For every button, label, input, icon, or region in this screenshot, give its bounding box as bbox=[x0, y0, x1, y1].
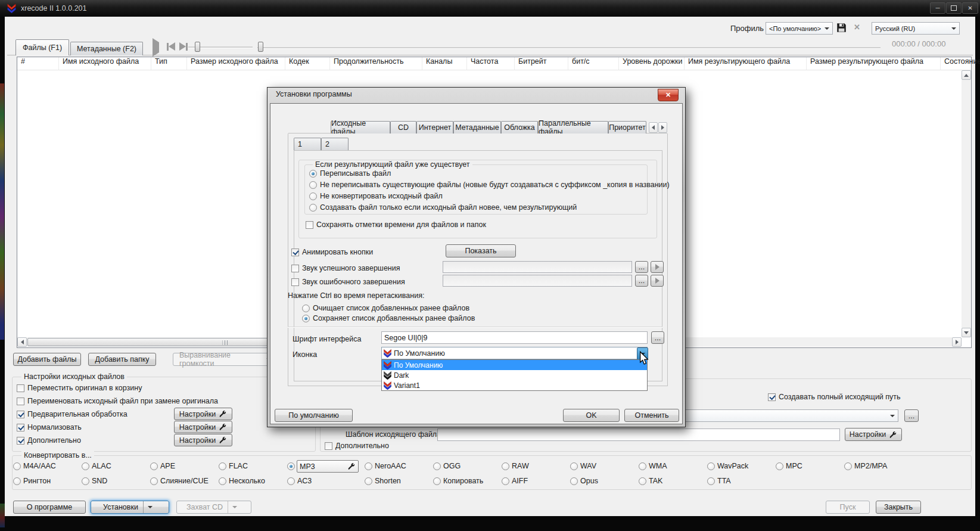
format-radio-copy[interactable] bbox=[433, 477, 441, 485]
dropdown-item-default[interactable]: По Умолчанию bbox=[382, 360, 647, 370]
sound-error-checkbox[interactable] bbox=[291, 278, 299, 286]
sound-error-browse-button[interactable]: ... bbox=[635, 275, 648, 287]
column-header[interactable]: Размер исходного файла bbox=[187, 57, 285, 70]
column-header[interactable]: Кодек bbox=[285, 57, 330, 70]
column-header[interactable]: Имя результирующего файла bbox=[685, 57, 807, 70]
dialog-tab-cover[interactable]: Обложка bbox=[501, 121, 538, 133]
tab-metadata[interactable]: Метаданные (F2) bbox=[70, 42, 143, 55]
cd-rip-button[interactable]: Захват CD bbox=[176, 501, 251, 514]
icon-dropdown-list[interactable]: По Умолчанию Dark Variant1 bbox=[381, 359, 648, 391]
dialog-tab-cd[interactable]: CD bbox=[390, 121, 416, 133]
font-browse-button[interactable]: ... bbox=[651, 331, 664, 344]
sound-success-field[interactable] bbox=[443, 261, 632, 273]
volume-align-button[interactable]: Выравнивание громкости bbox=[173, 353, 272, 366]
format-radio-multiple[interactable] bbox=[219, 477, 226, 485]
dialog-tab-parallel[interactable]: Параллельные файлы bbox=[538, 121, 608, 133]
delete-profile-icon[interactable]: ✕ bbox=[854, 23, 860, 32]
sound-success-play-button[interactable] bbox=[651, 261, 664, 273]
close-window-button[interactable]: ✕ bbox=[962, 2, 978, 14]
vertical-scrollbar[interactable] bbox=[962, 70, 971, 337]
column-header[interactable]: Битрейт bbox=[515, 57, 568, 70]
column-header[interactable]: Состояние bbox=[941, 57, 980, 70]
format-radio-tak[interactable] bbox=[639, 477, 646, 485]
normalize-settings-button[interactable]: Настройки bbox=[174, 421, 232, 433]
format-radio-flac[interactable] bbox=[219, 462, 226, 470]
rename-checkbox[interactable] bbox=[17, 398, 24, 405]
icon-combobox[interactable]: По Умолчанию bbox=[381, 347, 648, 359]
output-path-browse-button[interactable]: ... bbox=[904, 409, 919, 422]
format-radio-aiff[interactable] bbox=[502, 477, 509, 485]
skip-convert-radio[interactable] bbox=[309, 192, 317, 200]
tab-scroll-right-button[interactable] bbox=[658, 122, 667, 133]
sound-success-checkbox[interactable] bbox=[291, 265, 299, 272]
close-app-button[interactable]: Закрыть bbox=[876, 501, 921, 514]
maximize-button[interactable] bbox=[946, 2, 962, 14]
format-radio-wma[interactable] bbox=[639, 462, 646, 470]
column-header[interactable]: Каналы bbox=[422, 57, 467, 70]
ctrl-keep-radio[interactable] bbox=[302, 315, 310, 322]
show-button[interactable]: Показать bbox=[446, 244, 516, 257]
newer-only-radio[interactable] bbox=[309, 204, 317, 212]
column-header[interactable]: Уровень дорожки bbox=[619, 57, 685, 70]
format-radio-alac[interactable] bbox=[82, 462, 89, 470]
subtab-1[interactable]: 1 bbox=[294, 138, 321, 150]
seek-slider-handle[interactable] bbox=[258, 42, 263, 52]
dropdown-item-variant1[interactable]: Variant1 bbox=[382, 380, 647, 390]
overwrite-radio[interactable] bbox=[309, 170, 317, 178]
column-header[interactable]: Частота bbox=[467, 57, 515, 70]
format-radio-wavpack[interactable] bbox=[707, 462, 715, 470]
sound-error-play-button[interactable] bbox=[651, 275, 664, 287]
settings-button[interactable]: Установки bbox=[91, 501, 169, 514]
advanced-checkbox[interactable] bbox=[17, 437, 24, 445]
animate-checkbox[interactable] bbox=[291, 249, 299, 256]
format-radio-m4a[interactable] bbox=[13, 462, 21, 470]
column-header[interactable]: Размер результирующего файла bbox=[807, 57, 941, 70]
dialog-tab-priority[interactable]: Приоритет bbox=[608, 121, 646, 133]
column-header[interactable]: бит/с bbox=[568, 57, 619, 70]
about-button[interactable]: О программе bbox=[13, 501, 86, 514]
format-radio-mpc[interactable] bbox=[776, 462, 783, 470]
next-button[interactable] bbox=[179, 42, 188, 51]
preprocess-checkbox[interactable] bbox=[17, 411, 24, 418]
no-overwrite-radio[interactable] bbox=[309, 181, 317, 189]
template-settings-button[interactable]: Настройки bbox=[845, 428, 902, 441]
mp3-format-box[interactable]: MP3 bbox=[297, 460, 359, 473]
column-header[interactable]: Имя исходного файла bbox=[59, 57, 151, 70]
format-radio-ogg[interactable] bbox=[433, 462, 441, 470]
format-radio-merge-cue[interactable] bbox=[150, 477, 158, 485]
column-header[interactable]: # bbox=[17, 57, 59, 70]
tab-files[interactable]: Файлы (F1) bbox=[15, 39, 69, 55]
recycle-checkbox[interactable] bbox=[17, 384, 24, 392]
column-header[interactable]: Тип bbox=[151, 57, 187, 70]
column-header[interactable]: Продолжительность bbox=[330, 57, 422, 70]
format-radio-ringtone[interactable] bbox=[13, 477, 21, 485]
dialog-default-button[interactable]: По умолчанию bbox=[275, 409, 353, 422]
minimize-button[interactable]: ─ bbox=[930, 2, 945, 14]
format-radio-mp2[interactable] bbox=[844, 462, 852, 470]
window-titlebar[interactable]: xrecode II 1.0.0.201 ─ ✕ bbox=[0, 0, 980, 17]
scroll-down-button[interactable] bbox=[962, 328, 971, 337]
timestamps-checkbox[interactable] bbox=[306, 221, 313, 229]
format-radio-mp3[interactable] bbox=[287, 462, 295, 470]
previous-button[interactable] bbox=[167, 42, 175, 51]
dialog-ok-button[interactable]: OK bbox=[563, 409, 620, 422]
format-radio-shorten[interactable] bbox=[365, 477, 372, 485]
format-radio-opus[interactable] bbox=[570, 477, 578, 485]
dialog-tab-metadata[interactable]: Метаданные bbox=[453, 121, 501, 133]
advanced-settings-button[interactable]: Настройки bbox=[174, 434, 232, 446]
format-radio-ape[interactable] bbox=[150, 462, 158, 470]
dialog-tab-source-files[interactable]: Исходные файлы bbox=[331, 121, 390, 133]
language-combobox[interactable]: Русский (RU) bbox=[872, 22, 960, 35]
format-radio-wav[interactable] bbox=[570, 462, 578, 470]
seek-slider-track[interactable] bbox=[257, 47, 881, 49]
subtab-2[interactable]: 2 bbox=[321, 138, 349, 150]
start-button[interactable]: Пуск bbox=[826, 501, 870, 514]
sound-error-field[interactable] bbox=[443, 275, 632, 287]
dialog-cancel-button[interactable]: Отменить bbox=[624, 409, 679, 422]
output-advanced-checkbox[interactable] bbox=[325, 442, 332, 450]
font-input[interactable]: Segoe UI|0|9 bbox=[381, 331, 648, 344]
add-files-button[interactable]: Добавить файлы bbox=[13, 353, 81, 366]
preprocess-settings-button[interactable]: Настройки bbox=[174, 408, 232, 420]
format-radio-tta[interactable] bbox=[707, 477, 715, 485]
dialog-close-button[interactable]: ✕ bbox=[658, 89, 679, 101]
